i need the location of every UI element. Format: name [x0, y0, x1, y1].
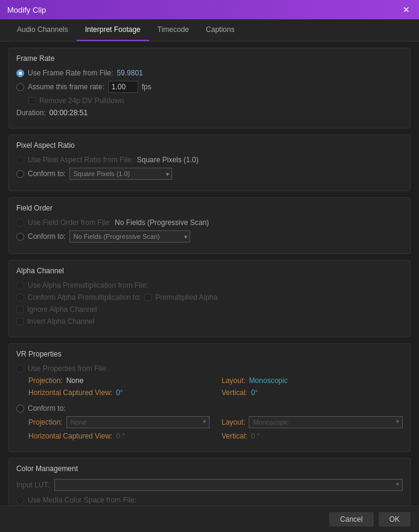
assume-frame-rate-row: Assume this frame rate: fps: [16, 81, 403, 93]
input-lut-row: Input LUT:: [16, 479, 403, 491]
use-frame-rate-label: Use Frame Rate from File:: [28, 69, 113, 77]
vr-horiz-label: Horizontal Captured View:: [28, 388, 112, 397]
conform-field-order-row: Conform to: No Fields (Progressive Scan): [16, 230, 403, 242]
close-button[interactable]: ✕: [401, 4, 412, 15]
vr-layout-label: Layout:: [222, 376, 245, 385]
vr-vertical-label: Vertical:: [222, 388, 248, 397]
vr-layout-value: Monoscopic: [249, 376, 287, 385]
conform-alpha-premult-label: Conform Alpha Premultiplication to:: [28, 293, 141, 302]
vr-layout-row: Layout: Monoscopic: [222, 376, 403, 385]
frame-rate-title: Frame Rate: [16, 54, 403, 63]
title-bar: Modify Clip ✕: [0, 0, 419, 19]
conform-pixel-ar-radio[interactable]: [16, 170, 24, 178]
vr-vertical-value: 0°: [251, 388, 258, 397]
use-field-order-label: Use Field Order from File:: [28, 218, 111, 227]
alpha-channel-title: Alpha Channel: [16, 267, 403, 275]
conform-field-order-radio[interactable]: [16, 233, 24, 241]
use-pixel-ar-radio[interactable]: [16, 156, 24, 164]
tab-audio-channels[interactable]: Audio Channels: [8, 19, 77, 41]
vr-conform-vertical-label: Vertical:: [222, 432, 248, 440]
conform-alpha-premult-radio[interactable]: [16, 294, 24, 302]
conform-field-order-select-wrap: No Fields (Progressive Scan): [69, 230, 190, 242]
fps-label: fps: [142, 83, 152, 91]
premultiplied-alpha-checkbox[interactable]: [144, 294, 152, 301]
invert-alpha-label: Invert Alpha Channel: [27, 317, 94, 326]
content-area: Frame Rate Use Frame Rate from File: 59.…: [0, 42, 419, 505]
tab-captions[interactable]: Captions: [197, 19, 243, 41]
ok-button[interactable]: OK: [379, 512, 411, 527]
color-management-title: Color Management: [16, 464, 403, 473]
ignore-alpha-row: Ignore Alpha Channel: [16, 305, 403, 314]
conform-alpha-premult-row: Conform Alpha Premultiplication to: Prem…: [16, 293, 403, 302]
conform-pixel-ar-select-wrap: Square Pixels (1.0): [69, 168, 172, 180]
pixel-aspect-ratio-title: Pixel Aspect Ratio: [16, 141, 403, 150]
vr-conform-row2: Horizontal Captured View: 0 ° Vertical: …: [28, 432, 403, 444]
tab-interpret-footage[interactable]: Interpret Footage: [77, 19, 149, 41]
invert-alpha-checkbox[interactable]: [16, 318, 24, 325]
vr-conform-layout-label: Layout:: [222, 418, 245, 426]
vr-properties-title: VR Properties: [16, 350, 403, 358]
use-media-color-radio[interactable]: [16, 496, 24, 504]
use-field-order-value: No Fields (Progressive Scan): [115, 218, 209, 227]
vr-file-row1: Projection: None Layout: Monoscopic: [28, 376, 403, 388]
use-media-color-row: Use Media Color Space from File:: [16, 496, 403, 504]
conform-vr-label: Conform to:: [28, 404, 66, 413]
vr-vertical-col: Vertical: 0°: [222, 388, 403, 401]
use-media-color-label: Use Media Color Space from File:: [28, 496, 136, 504]
vr-properties-section: VR Properties Use Properties from File: …: [8, 343, 411, 452]
vr-conform-layout-row: Layout: Monoscopic: [222, 416, 403, 428]
vr-projection-value: None: [66, 376, 84, 385]
vr-conform-projection-select-wrap: None: [66, 416, 210, 428]
input-lut-select[interactable]: [54, 479, 403, 491]
remove-pulldown-row: Remove 24p DV Pulldown: [16, 97, 403, 105]
vr-horiz-col: Horizontal Captured View: 0°: [28, 388, 210, 401]
vr-conform-projection-select[interactable]: None: [66, 416, 210, 428]
assume-frame-rate-radio[interactable]: [16, 83, 24, 91]
cancel-button[interactable]: Cancel: [329, 512, 373, 527]
frame-rate-section: Frame Rate Use Frame Rate from File: 59.…: [8, 48, 411, 128]
conform-field-order-label: Conform to:: [28, 232, 66, 241]
use-frame-rate-row: Use Frame Rate from File: 59.9801: [16, 69, 403, 77]
assume-frame-rate-input[interactable]: [108, 81, 138, 93]
vr-horiz-value: 0°: [116, 388, 123, 397]
duration-value: 00:00:28:51: [50, 109, 88, 117]
tab-timecode[interactable]: Timecode: [149, 19, 197, 41]
remove-pulldown-checkbox[interactable]: [28, 97, 36, 104]
use-alpha-premult-radio[interactable]: [16, 282, 24, 290]
modify-clip-window: Modify Clip ✕ Audio Channels Interpret F…: [0, 0, 419, 532]
vr-conform-horiz-col: Horizontal Captured View: 0 °: [28, 432, 210, 444]
use-field-order-row: Use Field Order from File: No Fields (Pr…: [16, 218, 403, 227]
vr-conform-row1: Projection: None Layout:: [28, 416, 403, 432]
use-pixel-ar-label: Use Pixel Aspect Ratio from File:: [28, 156, 133, 164]
vr-horiz-row: Horizontal Captured View: 0°: [28, 388, 210, 397]
vr-projection-col: Projection: None: [28, 376, 210, 388]
vr-conform-projection-label: Projection:: [28, 418, 63, 426]
vr-conform-vertical-value: 0 °: [251, 432, 260, 440]
use-frame-rate-radio[interactable]: [16, 69, 24, 77]
vr-conform-vertical-row: Vertical: 0 °: [222, 432, 403, 440]
use-alpha-premult-row: Use Alpha Premultiplication from File:: [16, 281, 403, 290]
tabs-bar: Audio Channels Interpret Footage Timecod…: [0, 19, 419, 42]
conform-vr-radio[interactable]: [16, 405, 24, 413]
vr-layout-col: Layout: Monoscopic: [222, 376, 403, 388]
use-field-order-radio[interactable]: [16, 219, 24, 227]
conform-field-order-select[interactable]: No Fields (Progressive Scan): [69, 230, 190, 242]
premultiplied-alpha-label: Premultiplied Alpha: [155, 293, 217, 302]
use-frame-rate-value: 59.9801: [117, 69, 142, 77]
vr-conform-layout-col: Layout: Monoscopic: [222, 416, 403, 432]
ignore-alpha-label: Ignore Alpha Channel: [27, 305, 97, 314]
field-order-title: Field Order: [16, 204, 403, 212]
duration-label: Duration:: [16, 109, 46, 117]
use-vr-from-file-row: Use Properties from File:: [16, 364, 403, 373]
conform-pixel-ar-label: Conform to:: [28, 169, 66, 178]
vr-projection-label: Projection:: [28, 376, 63, 385]
ignore-alpha-checkbox[interactable]: [16, 306, 24, 313]
use-vr-from-file-radio[interactable]: [16, 365, 24, 373]
vr-conform-vertical-col: Vertical: 0 °: [222, 432, 403, 444]
conform-pixel-ar-select[interactable]: Square Pixels (1.0): [69, 168, 172, 180]
field-order-section: Field Order Use Field Order from File: N…: [8, 197, 411, 254]
vr-conform-layout-select[interactable]: Monoscopic: [249, 416, 403, 428]
use-vr-from-file-label: Use Properties from File:: [28, 364, 108, 373]
assume-label: Assume this frame rate:: [28, 83, 104, 91]
input-lut-label: Input LUT:: [16, 481, 50, 489]
